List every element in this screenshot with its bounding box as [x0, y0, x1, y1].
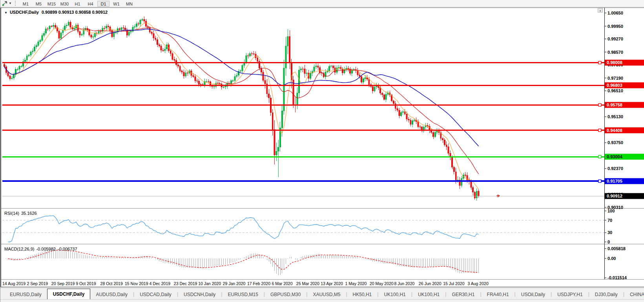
timeframe-button-m15[interactable]: M15: [46, 1, 58, 7]
svg-text:0.005818: 0.005818: [608, 246, 626, 251]
price-badge-0.93004: 0.93004: [605, 154, 644, 160]
toolbar-grip: [15, 1, 17, 6]
price-badge-0.91705: 0.91705: [605, 178, 644, 184]
svg-text:29 Jan 2020: 29 Jan 2020: [223, 281, 246, 286]
macd-axis: 0.0058180.00-0.011514: [604, 246, 627, 280]
svg-text:0.93750: 0.93750: [608, 140, 623, 145]
timeframe-button-w1[interactable]: W1: [110, 1, 122, 7]
svg-text:15 Nov 2019: 15 Nov 2019: [125, 281, 148, 286]
svg-text:20 Sep 2019: 20 Sep 2019: [51, 281, 75, 286]
timeframe-button-m30[interactable]: M30: [58, 1, 71, 7]
chart-symbol-label: USDCHF,Daily: [10, 10, 39, 15]
rsi-layer: [2, 216, 604, 242]
ma-fast-line: [4, 23, 479, 190]
chart-tab-eurusd-m15[interactable]: EURUSD,M15: [222, 290, 263, 299]
price-badge-0.98008: 0.98008: [605, 60, 644, 66]
chart-tab-usdjpy-h1[interactable]: USDJPY,H1: [552, 290, 588, 299]
timeframe-button-mn[interactable]: MN: [123, 1, 135, 7]
svg-text:100: 100: [608, 209, 615, 213]
hline-handle-0.91705[interactable]: [598, 180, 601, 183]
svg-text:0: 0: [608, 240, 610, 244]
chart-tab-ger30-h1[interactable]: GER30,H1: [446, 290, 480, 299]
svg-text:13 Apr 2020: 13 Apr 2020: [321, 281, 343, 286]
chart-tab-audusd-daily[interactable]: AUDUSD,Daily: [90, 290, 133, 299]
svg-text:1 May 2020: 1 May 2020: [345, 281, 367, 286]
chart-tab-eurusd-daily[interactable]: EURUSD,Daily: [4, 290, 47, 299]
hline-handle-0.98008[interactable]: [598, 61, 601, 64]
chart-canvas[interactable]: 1.006500.999500.992700.985700.978900.971…: [1, 8, 644, 287]
timeframe-button-m5[interactable]: M5: [33, 1, 45, 7]
price-badge-0.95758: 0.95758: [605, 102, 644, 108]
chart-tab-uk100-h1[interactable]: UK100,H1: [378, 290, 411, 299]
timeframe-button-m1[interactable]: M1: [20, 1, 32, 7]
svg-text:0.93004: 0.93004: [607, 154, 623, 159]
chart-tab-xauusd-m5[interactable]: XAUUSD,M5: [307, 290, 346, 299]
svg-text:4 Dec 2019: 4 Dec 2019: [149, 281, 170, 286]
hline-handle-0.95758[interactable]: [598, 104, 601, 106]
svg-text:0.95130: 0.95130: [608, 114, 623, 119]
svg-text:0.96803: 0.96803: [607, 83, 622, 88]
svg-text:20 May 2020: 20 May 2020: [370, 281, 394, 286]
current-price-badge: 0.90912: [605, 193, 644, 199]
price-badge-0.94408: 0.94408: [605, 127, 644, 133]
svg-text:26 Jun 2020: 26 Jun 2020: [419, 281, 441, 286]
moving-averages-layer: [4, 23, 479, 190]
chart-tab-gbpusd-m30[interactable]: GBPUSD,M30: [265, 290, 306, 299]
svg-text:0.99950: 0.99950: [608, 24, 623, 29]
svg-text:2 Sep 2019: 2 Sep 2019: [27, 281, 48, 286]
svg-text:0.96510: 0.96510: [608, 88, 623, 93]
svg-text:8 Jun 2020: 8 Jun 2020: [394, 281, 414, 286]
chart-tab-fra40-h1[interactable]: FRA40,H1: [482, 290, 514, 299]
svg-text:25 Mar 2020: 25 Mar 2020: [296, 281, 319, 286]
svg-text:0.00: 0.00: [608, 256, 616, 261]
macd-layer: [4, 249, 479, 275]
chart-tab-bar: EURUSD,DailyUSDCHF,DailyAUDUSD,Daily|USD…: [0, 287, 644, 299]
rsi-label: RSI(14)35.1626: [4, 211, 39, 216]
chart-tab-usdcnh-daily[interactable]: USDCNH,Daily: [178, 290, 221, 299]
ma-medium-line: [4, 28, 479, 174]
ma-slow-line: [4, 29, 479, 146]
svg-text:3 Aug 2020: 3 Aug 2020: [468, 281, 489, 286]
macd-label: MACD(12,26,9)-0.005982-0.006737: [4, 247, 79, 251]
rsi-axis: 10070300: [604, 209, 615, 244]
svg-text:0.91705: 0.91705: [607, 179, 622, 183]
hline-handle-0.94408[interactable]: [598, 129, 601, 132]
chart-tab-dj30-daily[interactable]: DJ30,Daily: [589, 290, 623, 299]
svg-text:70: 70: [608, 218, 612, 223]
svg-text:0.90912: 0.90912: [607, 194, 622, 198]
chart-tab-usdchf-daily[interactable]: USDCHF,Daily: [47, 289, 91, 299]
svg-text:0.92370: 0.92370: [608, 166, 623, 171]
top-toolbar: ▼ M1M5M15M30H1H4D1W1MN: [0, 0, 644, 7]
svg-text:0.97190: 0.97190: [608, 76, 623, 81]
pattern-tool-icon[interactable]: [2, 0, 9, 6]
svg-text:15 Jul 2020: 15 Jul 2020: [443, 281, 464, 286]
chart-tab-usdcad-daily[interactable]: USDCAD,Daily: [134, 290, 177, 299]
tool-dropdown-arrow-icon[interactable]: ▼: [9, 2, 13, 5]
ohlc-high: 0.90913: [58, 10, 74, 15]
hline-handle-0.93004[interactable]: [598, 156, 601, 158]
timeframe-button-h1[interactable]: H1: [71, 1, 84, 7]
ohlc-low: 0.90858: [75, 10, 91, 15]
svg-text:0.95758: 0.95758: [607, 102, 622, 107]
chart-scroll-up-button[interactable]: ▲: [598, 8, 603, 13]
svg-text:0.99270: 0.99270: [608, 37, 623, 41]
chart-title: ▼USDCHF,Daily0.90899 0.90913 0.90858 0.9…: [4, 10, 108, 15]
ohlc-open: 0.90899: [42, 10, 57, 15]
chart-tab-uk100-h1[interactable]: UK100,H1: [412, 290, 445, 299]
timeframe-toolbar: M1M5M15M30H1H4D1W1MN: [19, 0, 136, 7]
chart-tab-china300-h4[interactable]: CHINA300,H4: [624, 290, 644, 299]
bottom-strip: [0, 299, 644, 302]
svg-text:-0.011514: -0.011514: [608, 275, 627, 280]
svg-text:1.00650: 1.00650: [608, 11, 623, 15]
timeframe-button-h4[interactable]: H4: [84, 1, 97, 7]
time-axis: 14 Aug 20192 Sep 201920 Sep 20199 Oct 20…: [2, 281, 489, 286]
svg-text:30: 30: [608, 230, 612, 235]
timeframe-button-d1[interactable]: D1: [97, 1, 109, 7]
collapse-triangle-icon[interactable]: ▼: [4, 11, 7, 15]
chart-tab-hk50-h1[interactable]: HK50,H1: [347, 290, 378, 299]
chart-tab-usoil-daily[interactable]: USOil,Daily: [516, 290, 551, 299]
chart-window[interactable]: ▼USDCHF,Daily0.90899 0.90913 0.90858 0.9…: [0, 7, 644, 287]
svg-text:14 Aug 2019: 14 Aug 2019: [2, 281, 26, 286]
price-badge-0.96803: 0.96803: [605, 82, 644, 88]
svg-text:10 Jan 2020: 10 Jan 2020: [198, 281, 221, 286]
